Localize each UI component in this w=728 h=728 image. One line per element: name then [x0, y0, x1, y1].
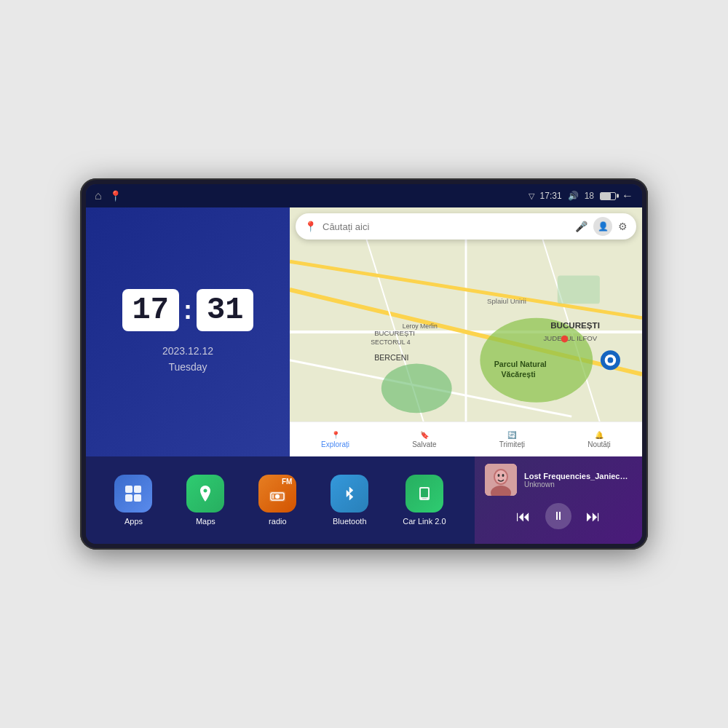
music-text: Lost Frequencies_Janieck Devy-... Unknow… — [524, 472, 632, 488]
svg-text:Parcul Natural: Parcul Natural — [494, 360, 547, 368]
radio-icon: FM — [258, 475, 296, 513]
app-item-bluetooth[interactable]: Bluetooth — [331, 475, 368, 526]
svg-rect-34 — [421, 488, 428, 497]
clock-widget: 17 : 31 2023.12.12 Tuesday — [86, 207, 290, 456]
news-label: Noutăți — [587, 440, 611, 448]
car-display-device: ⌂ 📍 ▽ 17:31 🔊 18 ← 17 : — [80, 178, 648, 550]
app-item-apps[interactable]: Apps — [114, 475, 152, 526]
status-right: ▽ 17:31 🔊 18 ← — [529, 189, 633, 202]
share-icon: 🔄 — [507, 431, 516, 439]
music-controls: ⏮ ⏸ ⏭ — [485, 503, 632, 529]
svg-rect-25 — [125, 486, 132, 493]
music-title: Lost Frequencies_Janieck Devy-... — [524, 472, 632, 480]
back-button[interactable]: ← — [622, 189, 633, 202]
app-item-maps[interactable]: Maps — [186, 475, 224, 526]
map-widget[interactable]: Parcul Natural Văcărești BUCUREȘTI JUDEȚ… — [290, 207, 642, 456]
navigation-symbol: ▽ — [529, 191, 534, 201]
battery-icon — [600, 192, 616, 200]
voice-search-icon[interactable]: 🎤 — [575, 221, 587, 232]
svg-rect-26 — [134, 486, 141, 493]
svg-point-31 — [275, 494, 280, 499]
main-area: 17 : 31 2023.12.12 Tuesday — [86, 207, 642, 544]
clock-minutes: 31 — [197, 289, 253, 331]
svg-text:BUCUREȘTI: BUCUREȘTI — [374, 329, 415, 337]
svg-point-22 — [608, 357, 614, 363]
navigation-icon[interactable]: 📍 — [109, 190, 122, 202]
home-icon[interactable]: ⌂ — [95, 189, 102, 202]
share-label: Trimiteți — [499, 440, 525, 448]
map-bottom-bar: 📍 Explorați 🔖 Salvate 🔄 Trimiteți � — [290, 422, 642, 456]
music-artist: Unknown — [524, 480, 632, 488]
clock-display: 17 : 31 — [122, 289, 254, 331]
svg-point-40 — [498, 474, 500, 477]
music-player: Lost Frequencies_Janieck Devy-... Unknow… — [475, 456, 642, 544]
map-pin-icon: 📍 — [304, 221, 317, 232]
map-saved-btn[interactable]: 🔖 Salvate — [412, 431, 436, 448]
svg-text:Splaiul Unirii: Splaiul Unirii — [487, 297, 526, 305]
svg-text:SECTORUL 4: SECTORUL 4 — [371, 339, 410, 346]
apps-label: Apps — [124, 517, 143, 526]
svg-rect-10 — [558, 276, 600, 304]
app-item-radio[interactable]: FM radio — [258, 475, 296, 526]
map-search-input[interactable] — [323, 221, 569, 232]
saved-icon: 🔖 — [420, 431, 429, 439]
map-news-btn[interactable]: 🔔 Noutăți — [587, 431, 611, 448]
map-explore-btn[interactable]: 📍 Explorați — [321, 431, 349, 448]
svg-text:Leroy Merlin: Leroy Merlin — [403, 323, 438, 330]
svg-text:BUCUREȘTI: BUCUREȘTI — [550, 320, 600, 330]
svg-point-41 — [502, 474, 505, 477]
date-value: 2023.12.12 — [162, 343, 213, 359]
maps-label: Maps — [196, 517, 215, 526]
music-info: Lost Frequencies_Janieck Devy-... Unknow… — [485, 464, 632, 496]
top-section: 17 : 31 2023.12.12 Tuesday — [86, 207, 642, 456]
svg-point-9 — [381, 364, 452, 414]
app-item-carlink[interactable]: Car Link 2.0 — [403, 475, 446, 526]
status-bar: ⌂ 📍 ▽ 17:31 🔊 18 ← — [86, 184, 642, 207]
explore-label: Explorați — [321, 440, 349, 448]
svg-rect-35 — [422, 498, 427, 499]
device-screen: ⌂ 📍 ▽ 17:31 🔊 18 ← 17 : — [86, 184, 642, 544]
bluetooth-icon — [331, 475, 368, 513]
day-value: Tuesday — [162, 359, 213, 375]
apps-icon — [114, 475, 152, 513]
clock-separator: : — [183, 295, 192, 325]
play-pause-button[interactable]: ⏸ — [545, 503, 571, 529]
explore-icon: 📍 — [331, 431, 340, 439]
maps-icon — [186, 475, 224, 513]
svg-point-23 — [561, 336, 569, 343]
carlink-label: Car Link 2.0 — [403, 517, 446, 526]
map-search-bar[interactable]: 📍 🎤 👤 ⚙ — [296, 213, 636, 240]
date-display: 2023.12.12 Tuesday — [162, 343, 213, 376]
clock-hours: 17 — [122, 289, 179, 331]
user-avatar[interactable]: 👤 — [593, 217, 612, 236]
svg-text:JUDEȚUL ILFOV: JUDEȚUL ILFOV — [543, 334, 597, 342]
map-share-btn[interactable]: 🔄 Trimiteți — [499, 431, 525, 448]
album-art — [485, 464, 517, 496]
news-icon: 🔔 — [595, 431, 604, 439]
settings-map-icon[interactable]: ⚙ — [618, 221, 628, 232]
svg-rect-27 — [125, 494, 132, 502]
bluetooth-label: Bluetooth — [333, 517, 366, 526]
svg-text:BERCENI: BERCENI — [374, 353, 408, 362]
map-svg: Parcul Natural Văcărești BUCUREȘTI JUDEȚ… — [290, 207, 642, 456]
bottom-section: Apps Maps FM — [86, 456, 642, 544]
time-display: 17:31 — [540, 191, 562, 201]
prev-button[interactable]: ⏮ — [516, 508, 531, 525]
carlink-icon — [405, 475, 443, 513]
svg-rect-28 — [134, 494, 141, 502]
next-button[interactable]: ⏭ — [586, 508, 601, 525]
svg-text:Văcărești: Văcărești — [501, 370, 535, 379]
apps-row: Apps Maps FM — [86, 456, 475, 544]
radio-label: radio — [269, 517, 286, 526]
status-left: ⌂ 📍 — [95, 189, 122, 202]
signal-value: 18 — [585, 191, 594, 201]
volume-icon[interactable]: 🔊 — [568, 191, 579, 201]
saved-label: Salvate — [412, 440, 436, 448]
